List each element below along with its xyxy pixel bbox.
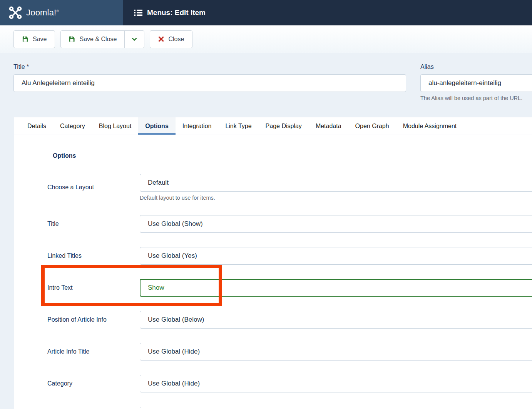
select-value: Show bbox=[148, 284, 164, 292]
field-label: Title bbox=[47, 220, 59, 227]
select-value: Default bbox=[148, 179, 169, 187]
chevron-down-icon bbox=[131, 36, 137, 42]
save-floppy-icon bbox=[69, 36, 75, 42]
field-label: Intro Text bbox=[47, 284, 73, 291]
select-value: Use Global (Hide) bbox=[148, 380, 200, 387]
save-close-button-group: Save & Close bbox=[60, 30, 144, 48]
title-label: Title * bbox=[13, 63, 406, 70]
title-input[interactable] bbox=[13, 74, 406, 92]
title-block: Menus: Edit Item bbox=[123, 0, 532, 25]
edit-item-card: DetailsCategoryBlog LayoutOptionsIntegra… bbox=[14, 117, 532, 409]
item-main-fields: Title * Alias The Alias will be used as … bbox=[0, 53, 532, 117]
tab-page-display[interactable]: Page Display bbox=[259, 117, 309, 135]
options-fieldset: Options Choose a Layout Default Default … bbox=[31, 152, 532, 409]
field-description: Default layout to use for items. bbox=[140, 195, 532, 201]
app-header: Joomla!® Menus: Edit Item bbox=[0, 0, 532, 25]
field-label: Article Info Title bbox=[47, 348, 89, 355]
brand-name: Joomla!® bbox=[26, 8, 59, 18]
field-select[interactable]: Use Global (Hide) bbox=[140, 375, 532, 392]
field-label: Linked Titles bbox=[47, 252, 82, 259]
brand-block[interactable]: Joomla!® bbox=[0, 0, 123, 25]
tab-options[interactable]: Options bbox=[138, 117, 175, 135]
option-row: Choose a Layout Default Default layout t… bbox=[31, 174, 532, 201]
tab-metadata[interactable]: Metadata bbox=[309, 117, 348, 135]
option-row: Category Use Global (Hide) bbox=[31, 375, 532, 392]
tab-bar: DetailsCategoryBlog LayoutOptionsIntegra… bbox=[14, 117, 532, 135]
select-value: Use Global (Show) bbox=[148, 220, 203, 228]
alias-input[interactable] bbox=[420, 74, 532, 92]
tab-open-graph[interactable]: Open Graph bbox=[348, 117, 396, 135]
save-button-label: Save bbox=[33, 36, 47, 43]
title-field-group: Title * bbox=[13, 63, 406, 92]
option-row bbox=[31, 407, 532, 409]
field-select[interactable]: Use Global (Below) bbox=[140, 311, 532, 329]
tab-details[interactable]: Details bbox=[20, 117, 53, 135]
option-row: Title Use Global (Show) bbox=[31, 215, 532, 233]
field-label: Position of Article Info bbox=[47, 316, 107, 323]
options-legend: Options bbox=[47, 152, 82, 159]
select-value: Use Global (Hide) bbox=[148, 348, 200, 356]
save-floppy-icon bbox=[22, 36, 28, 42]
close-button[interactable]: Close bbox=[150, 30, 192, 48]
save-button[interactable]: Save bbox=[13, 30, 55, 48]
option-row: Linked Titles Use Global (Yes) bbox=[31, 247, 532, 265]
option-row: Intro Text Show bbox=[31, 279, 532, 297]
field-select[interactable]: Default bbox=[140, 174, 532, 192]
select-value: Use Global (Below) bbox=[148, 316, 204, 324]
field-select[interactable]: Use Global (Hide) bbox=[140, 343, 532, 361]
tab-link-type[interactable]: Link Type bbox=[218, 117, 258, 135]
page-title: Menus: Edit Item bbox=[147, 8, 206, 17]
option-row: Article Info Title Use Global (Hide) bbox=[31, 343, 532, 361]
toolbar: Save Save & Close bbox=[0, 25, 532, 53]
joomla-logo-icon bbox=[8, 6, 22, 20]
save-close-button-label: Save & Close bbox=[79, 36, 117, 43]
save-options-dropdown-toggle[interactable] bbox=[124, 31, 144, 48]
close-button-label: Close bbox=[168, 36, 184, 43]
registered-mark: ® bbox=[56, 9, 59, 13]
alias-description: The Alias will be used as part of the UR… bbox=[420, 95, 532, 101]
field-select[interactable]: Show bbox=[140, 279, 532, 297]
field-select[interactable]: Use Global (Show) bbox=[140, 215, 532, 233]
options-rows: Choose a Layout Default Default layout t… bbox=[31, 174, 532, 409]
save-close-button[interactable]: Save & Close bbox=[61, 31, 124, 48]
tab-blog-layout[interactable]: Blog Layout bbox=[92, 117, 139, 135]
option-row: Position of Article Info Use Global (Bel… bbox=[31, 311, 532, 329]
select-value: Use Global (Yes) bbox=[148, 252, 197, 260]
field-label: Choose a Layout bbox=[47, 184, 94, 191]
tab-module-assignment[interactable]: Module Assignment bbox=[396, 117, 464, 135]
close-x-icon bbox=[158, 36, 164, 42]
tab-category[interactable]: Category bbox=[53, 117, 92, 135]
alias-field-group: Alias The Alias will be used as part of … bbox=[420, 63, 532, 101]
alias-label: Alias bbox=[420, 63, 532, 70]
field-select[interactable] bbox=[140, 407, 532, 409]
field-label: Category bbox=[47, 380, 72, 387]
field-select[interactable]: Use Global (Yes) bbox=[140, 247, 532, 265]
list-icon bbox=[134, 8, 142, 17]
tab-integration[interactable]: Integration bbox=[176, 117, 219, 135]
